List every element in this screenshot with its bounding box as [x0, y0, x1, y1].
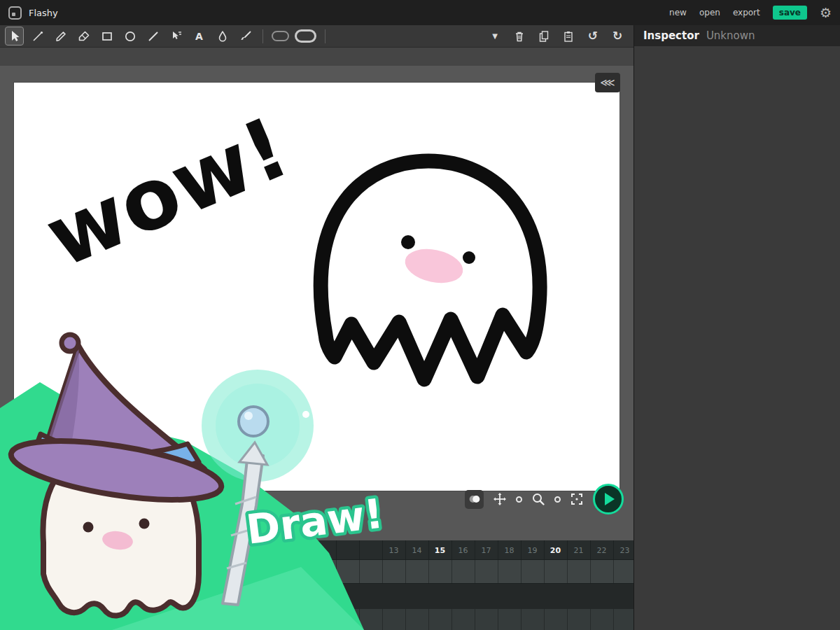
copy-icon — [537, 29, 551, 43]
frame-number[interactable]: 19 — [521, 540, 544, 560]
inspector-selection-label: Unknown — [706, 29, 755, 42]
pen-icon — [31, 29, 45, 43]
undo-icon: ↺ — [588, 30, 598, 42]
ink-drop-icon — [216, 29, 230, 43]
text-tool-icon: A — [195, 31, 203, 42]
toolbar-separator — [262, 29, 263, 43]
timeline-gap — [0, 584, 634, 609]
tool-brush-button[interactable] — [237, 27, 254, 45]
tool-rectangle-button[interactable] — [98, 27, 115, 45]
fit-view-button[interactable] — [569, 491, 584, 507]
timeline-frames: 1314151617181920212223 — [382, 540, 636, 560]
line-icon — [146, 29, 160, 43]
paste-icon — [561, 29, 575, 43]
app-title: Flashy — [29, 8, 58, 18]
toolbar-actions: ▼ ↺ ↻ — [487, 29, 634, 44]
play-icon — [605, 493, 615, 505]
layer-dropdown-button[interactable]: ▼ — [487, 29, 503, 44]
inspector-title: Inspector — [643, 29, 699, 42]
magnifier-icon — [531, 491, 546, 507]
rectangle-icon — [100, 29, 114, 43]
frame-number[interactable]: 20 — [544, 540, 567, 560]
menu-open[interactable]: open — [699, 8, 720, 18]
frame-number[interactable]: 16 — [451, 540, 475, 560]
tool-select-button[interactable] — [6, 27, 23, 45]
tool-line-button[interactable] — [144, 27, 162, 45]
frame-number[interactable]: 14 — [405, 540, 428, 560]
tool-bar: A ▼ ↺ ↻ — [0, 25, 634, 48]
pan-tool-button[interactable] — [492, 491, 507, 507]
zoom-in-button[interactable] — [554, 496, 561, 503]
top-menu: new open export save ⚙ — [669, 6, 840, 20]
pencil-icon — [54, 29, 68, 43]
eraser-icon — [77, 29, 91, 43]
timeline-panel: 1314151617181920212223 — [0, 540, 634, 630]
timeline-track-2[interactable] — [0, 609, 634, 630]
canvas-drawing: wow! — [14, 83, 620, 491]
paste-frame-button[interactable] — [561, 29, 576, 44]
timeline-track-1[interactable] — [0, 560, 634, 584]
tool-transform-button[interactable] — [167, 27, 185, 45]
drawing-canvas[interactable]: wow! — [14, 83, 620, 491]
redo-button[interactable]: ↻ — [610, 29, 625, 44]
frame-number[interactable]: 18 — [498, 540, 521, 560]
gear-icon[interactable]: ⚙ — [820, 6, 832, 20]
onion-skin-icon — [466, 491, 483, 507]
canvas-area: wow! ⋘ — [0, 48, 634, 540]
transform-cursor-icon — [169, 29, 183, 43]
redo-icon: ↻ — [612, 30, 622, 42]
ghost-sketch-eye-right — [463, 251, 475, 264]
menu-export[interactable]: export — [733, 8, 760, 18]
inspector-body — [634, 46, 840, 630]
brush-icon — [239, 29, 253, 43]
collapse-panel-button[interactable]: ⋘ — [595, 73, 620, 92]
inspector-header: Inspector Unknown — [634, 25, 840, 46]
move-arrows-icon — [492, 491, 507, 507]
menu-new[interactable]: new — [669, 8, 687, 18]
trash-icon — [512, 29, 526, 43]
onion-skin-prev-control[interactable] — [272, 31, 289, 41]
toolbar-separator — [325, 29, 326, 43]
collapse-chevrons-icon: ⋘ — [600, 76, 615, 89]
frame-number[interactable]: 22 — [590, 540, 613, 560]
tool-eraser-button[interactable] — [75, 27, 92, 45]
zoom-tool-button[interactable] — [531, 491, 546, 507]
canvas-top-strip — [0, 48, 634, 66]
chevron-down-icon: ▼ — [492, 32, 498, 40]
doodle-text: wow! — [32, 99, 302, 286]
frame-number[interactable]: 21 — [567, 540, 590, 560]
tool-pencil-button[interactable] — [52, 27, 69, 45]
tool-text-button[interactable]: A — [190, 27, 208, 45]
view-controls — [465, 483, 624, 515]
frame-number[interactable]: 15 — [428, 540, 451, 560]
undo-button[interactable]: ↺ — [585, 29, 601, 44]
onion-skin-next-control[interactable] — [295, 29, 316, 43]
copy-frame-button[interactable] — [536, 29, 552, 44]
cursor-icon — [8, 29, 22, 43]
save-button[interactable]: save — [773, 6, 807, 20]
tool-pen-button[interactable] — [29, 27, 46, 45]
zoom-out-button[interactable] — [516, 496, 522, 503]
tool-fill-button[interactable] — [214, 27, 231, 45]
frame-number[interactable]: 17 — [475, 540, 498, 560]
delete-frame-button[interactable] — [512, 29, 527, 44]
app-logo-icon — [8, 6, 22, 20]
play-button[interactable] — [593, 484, 624, 514]
ghost-sketch-eye-left — [401, 235, 415, 249]
timeline-ruler[interactable]: 1314151617181920212223 — [0, 540, 634, 560]
onion-skin-toggle[interactable] — [465, 490, 484, 509]
inspector-panel: Inspector Unknown — [634, 25, 840, 630]
frame-number[interactable]: 13 — [382, 540, 405, 560]
ellipse-icon — [123, 29, 137, 43]
fit-screen-icon — [569, 491, 584, 507]
tool-ellipse-button[interactable] — [121, 27, 139, 45]
top-bar: Flashy new open export save ⚙ — [0, 0, 840, 25]
